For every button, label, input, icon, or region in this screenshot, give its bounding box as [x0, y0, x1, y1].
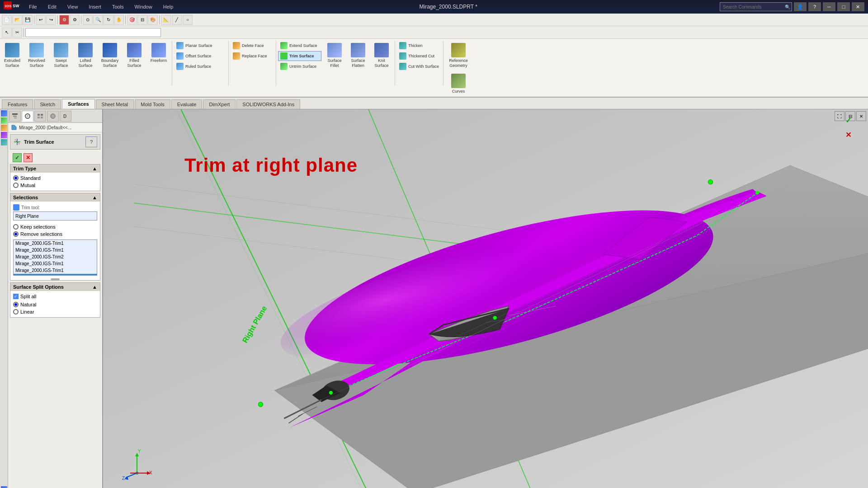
config-manager-icon[interactable] [1, 125, 7, 131]
menu-tools[interactable]: Tools [108, 3, 127, 10]
revolved-surface-btn[interactable]: Revolved Surface [25, 41, 48, 70]
filled-surface-btn[interactable]: FilledSurface [123, 41, 146, 70]
feature-tree-tab[interactable] [9, 111, 21, 122]
knit-surface-btn[interactable]: KnitSurface [370, 41, 393, 70]
pan[interactable]: ✋ [114, 15, 124, 25]
boundary-surface-btn[interactable]: BoundarySurface [99, 41, 121, 70]
accept-button[interactable]: ✓ [842, 114, 854, 127]
search-input[interactable] [720, 2, 792, 11]
trim-surface-btn[interactable]: Trim Surface [278, 51, 321, 61]
surfaces-list[interactable]: Mirage_2000.IGS-Trim1 Mirage_2000.IGS-Tr… [13, 239, 97, 276]
surface-fillet-btn[interactable]: SurfaceFillet [323, 41, 346, 70]
save-button[interactable]: 💾 [23, 15, 33, 25]
minimize-button[interactable]: ─ [823, 2, 835, 11]
menu-window[interactable]: Window [131, 3, 156, 10]
viewport[interactable]: Right Plane Trim at right plane ⛶ ⊟ ✕ ✓ … [103, 109, 868, 488]
view-orient[interactable]: 🎯 [127, 15, 137, 25]
curves-btn[interactable]: Curves [447, 71, 470, 96]
command-input[interactable] [25, 28, 161, 37]
help-button[interactable]: ? [808, 2, 821, 11]
reference-geometry-btn[interactable]: ReferenceGeometry [447, 41, 470, 70]
menu-edit[interactable]: Edit [44, 3, 60, 10]
surface-split-header[interactable]: Surface Split Options ▲ [10, 283, 100, 291]
undo-button[interactable]: ↩ [36, 15, 46, 25]
menu-file[interactable]: File [25, 3, 41, 10]
section-view[interactable]: ⊟ [137, 15, 147, 25]
linear-radio[interactable]: Linear [13, 309, 97, 314]
open-button[interactable]: 📂 [12, 15, 22, 25]
menu-view[interactable]: View [64, 3, 82, 10]
keep-selections-radio[interactable]: Keep selections [13, 224, 97, 230]
tab-sketch[interactable]: Sketch [34, 99, 61, 109]
viewport-close-btn[interactable]: ✕ [856, 111, 866, 121]
dim-tab[interactable]: D [60, 111, 71, 122]
help-icon[interactable]: ? [85, 136, 97, 147]
new-button[interactable]: 📄 [2, 15, 12, 25]
menu-help[interactable]: Help [160, 3, 177, 10]
appearance-icon[interactable] [1, 486, 7, 488]
mutual-radio[interactable]: Mutual [13, 183, 97, 188]
tab-surfaces[interactable]: Surfaces [62, 99, 94, 109]
tab-dimxpert[interactable]: DimXpert [203, 99, 236, 109]
ok-button[interactable]: ✓ [13, 153, 22, 162]
sketch-smartdim[interactable]: 📐 [161, 15, 171, 25]
list-item[interactable]: Mirage_2000.IGS-Trim1 [14, 267, 97, 274]
ruled-surface-btn[interactable]: Ruled Surface [174, 61, 226, 71]
redo-button[interactable]: ↪ [46, 15, 56, 25]
untrim-surface-btn[interactable]: Untrim Surface [278, 61, 321, 71]
replace-face-btn[interactable]: Replace Face [231, 51, 274, 61]
list-item[interactable]: Mirage_2000.IGS-Trim1 [14, 247, 97, 253]
zoom-in[interactable]: 🔍 [93, 15, 103, 25]
cancel-button[interactable]: ✕ [24, 153, 33, 162]
rotate[interactable]: ↻ [104, 15, 113, 25]
planar-surface-btn[interactable]: Planar Surface [174, 41, 226, 51]
zoom-fit[interactable]: ⊙ [83, 15, 93, 25]
extend-surface-btn[interactable]: Extend Surface [278, 41, 321, 51]
property-manager-icon[interactable] [1, 117, 7, 124]
trim-type-header[interactable]: Trim Type ▲ [10, 164, 100, 173]
display-style[interactable]: 🎨 [148, 15, 158, 25]
delete-face-btn[interactable]: Delete Face [231, 41, 274, 51]
restore-button[interactable]: □ [837, 2, 850, 11]
display-tab[interactable] [47, 111, 59, 122]
tab-sheet-metal[interactable]: Sheet Metal [96, 99, 134, 109]
select-button[interactable]: ↖ [2, 28, 12, 38]
trim-surface-header[interactable]: Trim Surface ? [10, 134, 100, 150]
tab-features[interactable]: Features [2, 99, 33, 109]
lofted-surface-btn[interactable]: LoftedSurface [74, 41, 97, 70]
cut-with-surface-btn[interactable]: Cut With Surface [397, 61, 441, 71]
standard-radio[interactable]: Standard [13, 175, 97, 181]
feature-manager-icon[interactable] [1, 110, 7, 117]
freeform-btn[interactable]: Freeform [147, 41, 170, 66]
sketch-circle[interactable]: ○ [183, 15, 193, 25]
user-button[interactable]: 👤 [794, 2, 807, 11]
extruded-surface-btn[interactable]: ExtrudedSurface [1, 41, 24, 70]
natural-radio[interactable]: Natural [13, 302, 97, 307]
selections-header[interactable]: Selections ▲ [10, 193, 100, 202]
list-item[interactable]: Mirage_2000.IGS-Trim1 [14, 240, 97, 247]
split-all-checkbox[interactable]: ✓ Split all [13, 294, 97, 299]
display-manager-icon[interactable] [1, 132, 7, 138]
close-button[interactable]: ✕ [852, 2, 864, 11]
options-button[interactable]: ⚙ [70, 15, 80, 25]
swept-surface-btn[interactable]: SweptSurface [50, 41, 72, 70]
surface-flatten-btn[interactable]: SurfaceFlatten [347, 41, 369, 70]
tab-evaluate[interactable]: Evaluate [171, 99, 203, 109]
trim-tool-input[interactable] [13, 211, 97, 221]
tab-addins[interactable]: SOLIDWORKS Add-Ins [236, 99, 300, 109]
reject-button[interactable]: ✕ [842, 128, 854, 141]
thicken-btn[interactable]: Thicken [397, 41, 441, 51]
list-item[interactable]: Mirage_2000.IGS-Trim2 [14, 253, 97, 260]
trim-entities[interactable]: ✂ [12, 28, 22, 38]
list-item[interactable]: Mirage_2000.IGS-Trim1 [14, 260, 97, 267]
sketch-line[interactable]: ╱ [172, 15, 182, 25]
tab-mold-tools[interactable]: Mold Tools [135, 99, 170, 109]
dim-manager-icon[interactable] [1, 139, 7, 145]
remove-selections-radio[interactable]: Remove selections [13, 231, 97, 237]
rebuild-button[interactable]: ⚙ [59, 15, 69, 25]
property-tab[interactable]: P [22, 111, 33, 122]
menu-insert[interactable]: Insert [85, 3, 105, 10]
config-tab[interactable] [34, 111, 46, 122]
thickened-cut-btn[interactable]: Thickened Cut [397, 51, 441, 61]
offset-surface-btn[interactable]: Offset Surface [174, 51, 226, 61]
